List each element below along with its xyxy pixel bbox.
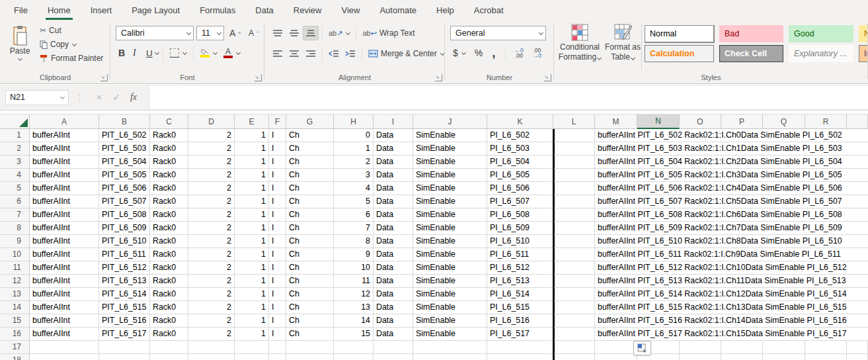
cell-B5[interactable]: PIT_L6_506 — [99, 182, 150, 195]
cell-K2[interactable]: PI_L6_503 — [487, 142, 553, 156]
tab-insert[interactable]: Insert — [81, 0, 122, 20]
column-header-partial[interactable] — [847, 114, 868, 129]
cell-L3[interactable] — [553, 156, 595, 169]
cell-M5[interactable]: bufferAIInt PIT_L6_506 Rack02:1:I.Ch4Dat… — [595, 182, 868, 195]
align-left-button[interactable] — [270, 46, 286, 61]
cell-D13[interactable]: 2 — [188, 288, 235, 301]
cell-M6[interactable]: bufferAIInt PIT_L6_507 Rack02:1:I.Ch5Dat… — [595, 195, 868, 208]
select-all-button[interactable] — [0, 114, 30, 129]
orientation-button[interactable]: ab↗ — [326, 28, 352, 38]
cell-J5[interactable]: SimEnable — [413, 182, 487, 195]
cell-M12[interactable]: bufferAIInt PIT_L6_513 Rack02:1:I.Ch11Da… — [595, 275, 868, 288]
percent-style-button[interactable]: % — [472, 47, 485, 59]
cell-L8[interactable] — [553, 222, 595, 235]
cell-F17[interactable] — [269, 341, 286, 354]
cell-F7[interactable]: I — [269, 208, 286, 222]
cell-P18[interactable] — [721, 354, 763, 360]
cell-D10[interactable]: 2 — [188, 248, 235, 261]
cell-E4[interactable]: 1 — [235, 169, 269, 182]
tab-file[interactable]: File — [4, 0, 38, 20]
cell-C9[interactable]: Rack0 — [150, 235, 188, 248]
cell-C10[interactable]: Rack0 — [150, 248, 188, 261]
cell-E14[interactable]: 1 — [235, 301, 269, 314]
cell-L14[interactable] — [553, 301, 595, 314]
cell-D9[interactable]: 2 — [188, 235, 235, 248]
cell-G12[interactable]: Ch — [286, 275, 334, 288]
cell-M7[interactable]: bufferAIInt PIT_L6_508 Rack02:1:I.Ch6Dat… — [595, 208, 868, 222]
column-header-H[interactable]: H — [334, 114, 374, 129]
cell-J9[interactable]: SimEnable — [413, 235, 487, 248]
alignment-dialog-launcher[interactable]: ↘ — [435, 74, 442, 81]
column-header-P[interactable]: P — [721, 114, 763, 129]
row-header-12[interactable]: 12 — [0, 275, 30, 288]
increase-indent-button[interactable] — [342, 46, 358, 61]
cell-H12[interactable]: 11 — [334, 275, 374, 288]
decrease-decimal-button[interactable]: .00 →0 — [530, 47, 544, 59]
cell-B1[interactable]: PIT_L6_502 — [99, 129, 150, 142]
column-header-B[interactable]: B — [99, 114, 150, 129]
cell-L16[interactable] — [553, 328, 595, 341]
style-gallery-item-5[interactable]: Check Cell — [719, 45, 783, 62]
cell-B11[interactable]: PIT_L6_512 — [99, 261, 150, 275]
tab-acrobat[interactable]: Acrobat — [464, 0, 514, 20]
cell-L6[interactable] — [553, 195, 595, 208]
row-header-11[interactable]: 11 — [0, 261, 30, 275]
cell-G17[interactable] — [286, 341, 334, 354]
cell-J1[interactable]: SimEnable — [413, 129, 487, 142]
cell-A15[interactable]: bufferAIInt — [30, 314, 99, 328]
column-header-D[interactable]: D — [188, 114, 235, 129]
italic-button[interactable]: I — [130, 47, 142, 59]
row-header-6[interactable]: 6 — [0, 195, 30, 208]
tab-help[interactable]: Help — [426, 0, 464, 20]
cell-D1[interactable]: 2 — [188, 129, 235, 142]
row-header-3[interactable]: 3 — [0, 156, 30, 169]
cell-I18[interactable] — [374, 354, 413, 360]
row-header-17[interactable]: 17 — [0, 341, 30, 354]
cell-M13[interactable]: bufferAIInt PIT_L6_514 Rack02:1:I.Ch12Da… — [595, 288, 868, 301]
cell-K11[interactable]: PI_L6_512 — [487, 261, 553, 275]
cell-J13[interactable]: SimEnable — [413, 288, 487, 301]
cell-L1[interactable] — [553, 129, 595, 142]
align-center-button[interactable] — [286, 46, 302, 61]
column-header-J[interactable]: J — [413, 114, 487, 129]
fill-color-button[interactable] — [198, 48, 219, 58]
cell-G14[interactable]: Ch — [286, 301, 334, 314]
cell-A16[interactable]: bufferAIInt — [30, 328, 99, 341]
column-header-R[interactable]: R — [805, 114, 847, 129]
cell-G16[interactable]: Ch — [286, 328, 334, 341]
cell-A12[interactable]: bufferAIInt — [30, 275, 99, 288]
cell-A18[interactable] — [30, 354, 99, 360]
cell-K1[interactable]: PI_L6_502 — [487, 129, 553, 142]
cell-J17[interactable] — [413, 341, 487, 354]
cell-C14[interactable]: Rack0 — [150, 301, 188, 314]
cell-M14[interactable]: bufferAIInt PIT_L6_515 Rack02:1:I.Ch13Da… — [595, 301, 868, 314]
column-header-C[interactable]: C — [150, 114, 188, 129]
cell-A10[interactable]: bufferAIInt — [30, 248, 99, 261]
column-header-N[interactable]: N — [637, 114, 680, 129]
cell-R17[interactable] — [805, 341, 847, 354]
cell-H1[interactable]: 0 — [334, 129, 374, 142]
cell-G11[interactable]: Ch — [286, 261, 334, 275]
style-gallery-item-1[interactable]: Bad — [719, 25, 783, 42]
enter-icon[interactable]: ✓ — [108, 92, 125, 103]
cell-E8[interactable]: 1 — [235, 222, 269, 235]
font-dialog-launcher[interactable]: ↘ — [255, 74, 262, 81]
cell-J3[interactable]: SimEnable — [413, 156, 487, 169]
cell-I13[interactable]: Data — [374, 288, 413, 301]
cell-I17[interactable] — [374, 341, 413, 354]
cell-D4[interactable]: 2 — [188, 169, 235, 182]
cell-B3[interactable]: PIT_L6_504 — [99, 156, 150, 169]
cell-G4[interactable]: Ch — [286, 169, 334, 182]
cell-F13[interactable]: I — [269, 288, 286, 301]
cell-J18[interactable] — [413, 354, 487, 360]
cell-D18[interactable] — [188, 354, 235, 360]
cell-A11[interactable]: bufferAIInt — [30, 261, 99, 275]
row-header-1[interactable]: 1 — [0, 129, 30, 142]
cell-M10[interactable]: bufferAIInt PIT_L6_511 Rack02:1:I.Ch9Dat… — [595, 248, 868, 261]
cell-H14[interactable]: 13 — [334, 301, 374, 314]
cell-D15[interactable]: 2 — [188, 314, 235, 328]
cell-M17[interactable] — [595, 341, 637, 354]
cell-H11[interactable]: 10 — [334, 261, 374, 275]
cell-F10[interactable]: I — [269, 248, 286, 261]
cell-A2[interactable]: bufferAIInt — [30, 142, 99, 156]
